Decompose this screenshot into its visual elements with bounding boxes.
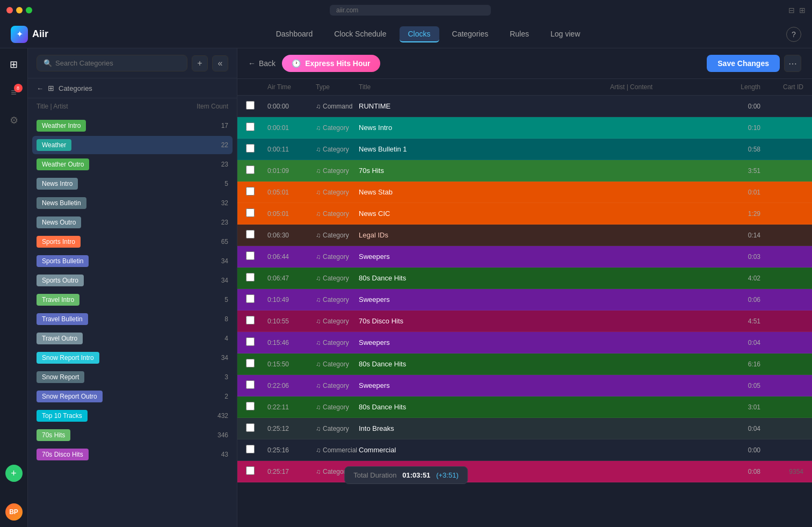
total-value: 01:03:51 [402, 471, 430, 479]
table-row[interactable]: 0:06:47 ♫Category 80s Dance Hits 4:02 [237, 268, 812, 289]
url-input[interactable] [330, 5, 491, 16]
more-options-button[interactable]: ⋯ [784, 55, 801, 72]
search-box[interactable]: 🔍 [37, 55, 187, 71]
category-item-travel-bulletin[interactable]: Travel Bulletin8 [32, 310, 233, 328]
category-count-news-bulletin: 32 [221, 199, 228, 207]
category-item-news-outro[interactable]: News Outro23 [32, 213, 233, 232]
row-checkbox-5[interactable] [246, 208, 255, 217]
row-checkbox-9[interactable] [246, 294, 255, 303]
category-item-sports-outro[interactable]: Sports Outro34 [32, 271, 233, 290]
row-checkbox-1[interactable] [246, 122, 255, 131]
nav-item-clocks[interactable]: Clocks [400, 26, 439, 42]
add-button[interactable]: + [5, 465, 23, 482]
category-item-weather-outro[interactable]: Weather Outro23 [32, 155, 233, 174]
row-checkbox-4[interactable] [246, 187, 255, 196]
category-count-snow-report-outro: 2 [224, 393, 228, 400]
row-length-10: 4:51 [717, 317, 760, 325]
category-item-snow-report[interactable]: Snow Report3 [32, 368, 233, 386]
collapse-button[interactable]: « [212, 55, 228, 71]
sidebar-header: 🔍 + « [28, 48, 237, 78]
back-arrow-icon: ← [248, 59, 256, 68]
table-row[interactable]: 0:25:16 ♫Commercial Commercial 0:00 [237, 439, 812, 461]
row-checkbox-7[interactable] [246, 251, 255, 260]
table-row[interactable]: 0:22:06 ♫Category Sweepers 0:05 [237, 375, 812, 396]
category-item-news-intro[interactable]: News Intro5 [32, 175, 233, 193]
category-item-sports-bulletin[interactable]: Sports Bulletin34 [32, 252, 233, 270]
table-row[interactable]: 0:25:12 ♫Category Into Breaks 0:04 [237, 418, 812, 439]
sidebar-icon-settings[interactable]: ⚙ [4, 111, 24, 130]
user-avatar[interactable]: BP [5, 503, 23, 521]
nav-item-clock-schedule[interactable]: Clock Schedule [325, 26, 395, 42]
row-type-14: ♫Category [316, 403, 359, 411]
nav-item-log-view[interactable]: Log view [542, 26, 589, 42]
table-row[interactable]: 0:10:49 ♫Category Sweepers 0:06 [237, 289, 812, 311]
row-checkbox-10[interactable] [246, 316, 255, 324]
category-item-travel-intro[interactable]: Travel Intro5 [32, 291, 233, 309]
row-checkbox-8[interactable] [246, 273, 255, 281]
logo[interactable]: ✦ Aiir [11, 26, 48, 43]
row-checkbox-15[interactable] [246, 423, 255, 432]
nav-item-rules[interactable]: Rules [501, 26, 538, 42]
category-item-snow-report-outro[interactable]: Snow Report Outro2 [32, 387, 233, 406]
table-row[interactable]: 0:05:01 ♫Category News Stab 0:01 [237, 182, 812, 203]
titlebar-actions: ⊟ ⊞ [788, 6, 806, 15]
row-length-2: 0:58 [717, 146, 760, 153]
row-checkbox-13[interactable] [246, 380, 255, 389]
nav-item-categories[interactable]: Categories [444, 26, 497, 42]
row-title-16: Commercial [359, 446, 610, 454]
row-checkbox-3[interactable] [246, 165, 255, 174]
row-checkbox-16[interactable] [246, 445, 255, 453]
help-button[interactable]: ? [786, 27, 801, 42]
table-row[interactable]: 0:01:09 ♫Category 70s Hits 3:51 [237, 160, 812, 182]
row-checkbox-2[interactable] [246, 144, 255, 153]
category-item-sports-intro[interactable]: Sports Intro65 [32, 233, 233, 251]
category-item-70s-disco-hits[interactable]: 70s Disco Hits43 [32, 445, 233, 464]
row-checkbox-14[interactable] [246, 402, 255, 410]
category-item-70s-hits[interactable]: 70s Hits346 [32, 426, 233, 444]
row-checkbox-17[interactable] [246, 466, 255, 475]
row-checkbox-11[interactable] [246, 337, 255, 346]
fullscreen-icon[interactable]: ⊞ [799, 6, 806, 15]
category-item-news-bulletin[interactable]: News Bulletin32 [32, 194, 233, 212]
category-item-travel-outro[interactable]: Travel Outro4 [32, 329, 233, 348]
table-row[interactable]: 0:15:50 ♫Category 80s Dance Hits 6:16 [237, 353, 812, 375]
back-icon[interactable]: ← [37, 84, 44, 92]
table-row[interactable]: 0:22:11 ♫Category 80s Dance Hits 3:01 [237, 396, 812, 418]
sidebar-icon-library[interactable]: ⊞ [4, 55, 24, 74]
category-count-travel-intro: 5 [224, 296, 228, 304]
row-checkbox-12[interactable] [246, 359, 255, 367]
table-row[interactable]: 0:00:01 ♫Category News Intro 0:10 [237, 117, 812, 139]
row-type-9: ♫Category [316, 296, 359, 304]
row-checkbox-0[interactable] [246, 101, 255, 110]
category-item-weather[interactable]: Weather22 [32, 136, 233, 154]
table-row[interactable]: 0:15:46 ♫Category Sweepers 0:04 [237, 332, 812, 353]
sidebar-icon-logs[interactable]: ≡ 8 [4, 83, 24, 102]
category-count-sports-bulletin: 34 [221, 257, 228, 265]
close-dot[interactable] [6, 7, 13, 13]
table-row[interactable]: 0:06:30 ♫Category Legal IDs 0:14 [237, 225, 812, 246]
category-item-top-10-tracks[interactable]: Top 10 Tracks432 [32, 407, 233, 425]
table-row[interactable]: 0:25:17 ♫Category Promo Rotators 0:08 93… [237, 461, 812, 482]
total-label: Total Duration [353, 471, 396, 479]
search-input[interactable] [55, 59, 180, 67]
category-item-snow-report-intro[interactable]: Snow Report Intro34 [32, 349, 233, 367]
nav-item-dashboard[interactable]: Dashboard [267, 26, 322, 42]
minimize-dot[interactable] [16, 7, 23, 13]
table-row[interactable]: 0:05:01 ♫Category News CIC 1:29 [237, 203, 812, 225]
table-row[interactable]: 0:00:11 ♫Category News Bulletin 1 0:58 [237, 139, 812, 160]
row-length-4: 0:01 [717, 189, 760, 196]
maximize-dot[interactable] [26, 7, 32, 13]
minimize-icon[interactable]: ⊟ [788, 6, 795, 15]
row-title-4: News Stab [359, 188, 610, 196]
table-row[interactable]: 0:00:00 ♫Command RUNTIME 0:00 [237, 96, 812, 117]
clock-title-button[interactable]: 🕐 Express Hits Hour [282, 55, 380, 72]
save-button[interactable]: Save Changes [707, 55, 780, 72]
table-row[interactable]: 0:10:55 ♫Category 70s Disco Hits 4:51 [237, 311, 812, 332]
add-category-button[interactable]: + [192, 55, 208, 71]
category-count-weather-intro: 17 [221, 122, 228, 129]
sidebar-panel: 🔍 + « ← ⊞ Categories Title | Artist Item… [28, 48, 237, 527]
row-checkbox-6[interactable] [246, 230, 255, 239]
category-item-weather-intro[interactable]: Weather Intro17 [32, 117, 233, 135]
table-row[interactable]: 0:06:44 ♫Category Sweepers 0:03 [237, 246, 812, 268]
back-button[interactable]: ← Back [248, 59, 276, 68]
